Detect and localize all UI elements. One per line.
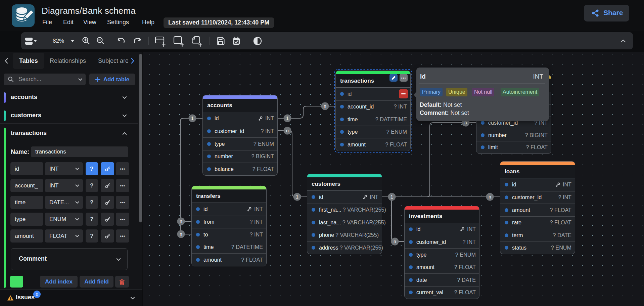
- svg-text:1: 1: [286, 116, 289, 121]
- svg-text:n: n: [324, 103, 326, 109]
- svg-text:n: n: [180, 219, 182, 224]
- svg-text:1: 1: [191, 116, 194, 121]
- svg-text:n: n: [180, 231, 182, 237]
- svg-text:n: n: [489, 194, 491, 200]
- svg-text:1: 1: [296, 194, 298, 200]
- svg-text:n: n: [394, 239, 396, 244]
- svg-text:n: n: [286, 128, 289, 133]
- svg-text:1: 1: [390, 194, 393, 200]
